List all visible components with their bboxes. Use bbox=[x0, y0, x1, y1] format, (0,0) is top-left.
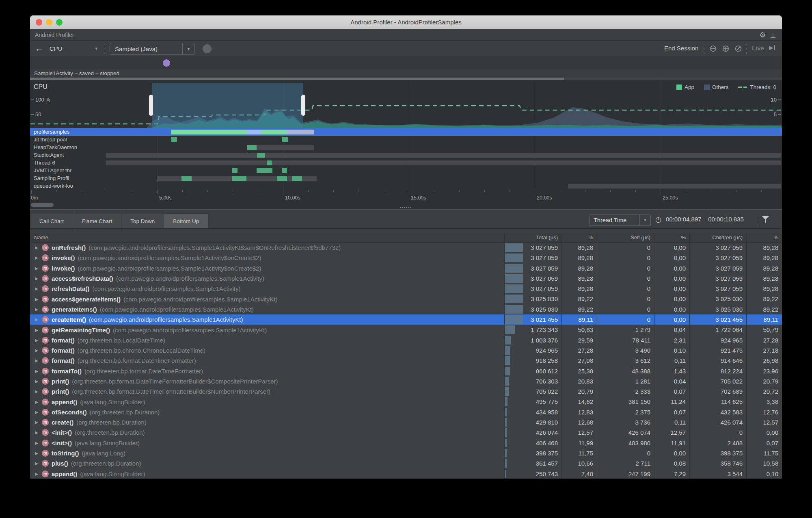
table-row[interactable]: ▶ m print() (org.threeten.bp.format.Date… bbox=[30, 376, 782, 386]
export-download-icon[interactable]: ↓ bbox=[770, 32, 776, 38]
table-row[interactable]: ▶ m access$generateItems() (com.pawegio.… bbox=[30, 294, 782, 304]
total-ratio-bar bbox=[505, 305, 523, 314]
table-row[interactable]: ▶ m onRefresh() (com.pawegio.androidprof… bbox=[30, 243, 782, 253]
titlebar[interactable]: Android Profiler - AndroidProfilerSample… bbox=[30, 15, 782, 29]
expand-arrow-icon[interactable]: ▶ bbox=[34, 420, 39, 425]
method-icon: m bbox=[42, 254, 49, 261]
children-pct: 26,98 bbox=[746, 355, 782, 366]
table-row[interactable]: ▶ m create() (org.threeten.bp.Duration) … bbox=[30, 417, 782, 427]
table-row[interactable]: ▶ m formatTo() (org.threeten.bp.format.D… bbox=[30, 366, 782, 376]
settings-gear-icon[interactable]: ⚙▾ bbox=[759, 30, 764, 39]
expand-arrow-icon[interactable]: ▶ bbox=[34, 410, 39, 414]
table-row[interactable]: ▶ m append() (java.lang.StringBuilder) 2… bbox=[30, 469, 782, 479]
session-marker-dot[interactable] bbox=[163, 59, 170, 67]
legend-app: App bbox=[676, 84, 694, 90]
y-axis-label-50: 50 bbox=[31, 111, 41, 117]
table-row[interactable]: ▶ m access$refreshData() (com.pawegio.an… bbox=[30, 273, 782, 284]
expand-arrow-icon[interactable]: ▶ bbox=[34, 307, 39, 312]
table-row[interactable]: ▶ m <init>() (java.lang.StringBuilder) 4… bbox=[30, 438, 782, 448]
table-row[interactable]: ▶ m invoke() (com.pawegio.androidprofile… bbox=[30, 253, 782, 263]
selection-left-handle[interactable] bbox=[149, 95, 153, 116]
expand-arrow-icon[interactable]: ▶ bbox=[34, 256, 39, 260]
column-header-self-pct[interactable]: % bbox=[654, 233, 689, 242]
expand-arrow-icon[interactable]: ▶ bbox=[34, 297, 39, 301]
expand-arrow-icon[interactable]: ▶ bbox=[34, 358, 39, 363]
thread-row-heaptaskdaemon[interactable]: HeapTaskDaemon bbox=[30, 143, 782, 151]
column-header-total[interactable]: Total (µs) bbox=[504, 233, 561, 242]
expand-arrow-icon[interactable]: ▶ bbox=[34, 276, 39, 281]
profiler-type-dropdown[interactable]: CPU ▾ bbox=[47, 44, 99, 54]
toolbar-separator bbox=[746, 44, 747, 54]
thread-row-profilersamples[interactable]: profilersamples bbox=[30, 128, 782, 136]
column-header-name[interactable]: Name bbox=[30, 233, 504, 242]
metric-dropdown[interactable]: Thread Time ▾ bbox=[589, 215, 651, 226]
tab-top-down[interactable]: Top Down bbox=[121, 214, 164, 228]
expand-arrow-icon[interactable]: ▶ bbox=[34, 441, 39, 445]
total-pct: 14,62 bbox=[561, 397, 597, 407]
table-row[interactable]: ▶ m toString() (java.lang.Long) 398 375 … bbox=[30, 448, 782, 458]
table-row[interactable]: ▶ m invoke() (com.pawegio.androidprofile… bbox=[30, 263, 782, 273]
expand-arrow-icon[interactable]: ▶ bbox=[34, 348, 39, 353]
table-row[interactable]: ▶ m generateItems() (com.pawegio.android… bbox=[30, 304, 782, 314]
thread-row-jvmti-agent-thr[interactable]: JVMTI Agent thr bbox=[30, 167, 782, 174]
table-row[interactable]: ▶ m ofSeconds() (org.threeten.bp.Duratio… bbox=[30, 407, 782, 417]
column-header-children-pct[interactable]: % bbox=[746, 233, 782, 242]
table-row[interactable]: ▶ m createItem() (com.pawegio.androidpro… bbox=[30, 314, 782, 325]
thread-row-thread-6[interactable]: Thread-6 bbox=[30, 159, 782, 167]
total-pct: 29,59 bbox=[561, 335, 597, 345]
table-row[interactable]: ▶ m plus() (org.threeten.bp.Duration) 36… bbox=[30, 458, 782, 468]
tab-call-chart[interactable]: Call Chart bbox=[30, 214, 73, 228]
reset-zoom-button[interactable]: ⊘ bbox=[734, 44, 743, 53]
end-session-button[interactable]: End Session bbox=[664, 45, 698, 52]
expand-arrow-icon[interactable]: ▶ bbox=[34, 369, 39, 373]
self-value: 0 bbox=[597, 304, 654, 314]
column-header-total-pct[interactable]: % bbox=[561, 233, 597, 242]
expand-arrow-icon[interactable]: ▶ bbox=[34, 400, 39, 404]
splitter-handle[interactable]: •••••• bbox=[30, 206, 782, 210]
table-row[interactable]: ▶ m format() (org.threeten.bp.format.Dat… bbox=[30, 355, 782, 366]
expand-arrow-icon[interactable]: ▶ bbox=[34, 472, 39, 476]
expand-arrow-icon[interactable]: ▶ bbox=[34, 430, 39, 435]
record-button[interactable] bbox=[203, 44, 212, 53]
table-row[interactable]: ▶ m format() (org.threeten.bp.LocalDateT… bbox=[30, 335, 782, 345]
table-row[interactable]: ▶ m <init>() (org.threeten.bp.Duration) … bbox=[30, 427, 782, 438]
table-row[interactable]: ▶ m format() (org.threeten.bp.chrono.Chr… bbox=[30, 345, 782, 355]
expand-arrow-icon[interactable]: ▶ bbox=[34, 245, 39, 250]
expand-arrow-icon[interactable]: ▶ bbox=[34, 389, 39, 394]
selection-right-handle[interactable] bbox=[301, 95, 305, 116]
timeline-selection-region[interactable] bbox=[152, 83, 303, 128]
back-arrow-icon[interactable]: ← bbox=[35, 43, 43, 53]
expand-arrow-icon[interactable]: ▶ bbox=[34, 338, 39, 342]
expand-arrow-icon[interactable]: ▶ bbox=[34, 379, 39, 384]
children-value: 2 488 bbox=[689, 438, 746, 448]
tab-bottom-up[interactable]: Bottom Up bbox=[164, 214, 208, 228]
expand-arrow-icon[interactable]: ▶ bbox=[34, 317, 39, 322]
method-class: (com.pawegio.androidprofilersamples.Samp… bbox=[116, 275, 264, 282]
table-row[interactable]: ▶ m getRemainingTime() (com.pawegio.andr… bbox=[30, 325, 782, 335]
tab-flame-chart[interactable]: Flame Chart bbox=[73, 214, 121, 228]
table-row[interactable]: ▶ m append() (java.lang.StringBuilder) 4… bbox=[30, 397, 782, 407]
zoom-out-button[interactable]: ⊖ bbox=[708, 44, 718, 53]
expand-arrow-icon[interactable]: ▶ bbox=[34, 328, 39, 332]
expand-arrow-icon[interactable]: ▶ bbox=[34, 451, 39, 455]
filter-icon[interactable] bbox=[762, 216, 769, 223]
expand-arrow-icon[interactable]: ▶ bbox=[34, 266, 39, 271]
expand-arrow-icon[interactable]: ▶ bbox=[34, 286, 39, 291]
self-pct: 0,00 bbox=[654, 253, 689, 263]
thread-row-studio-agent[interactable]: Studio:Agent bbox=[30, 151, 782, 159]
zoom-in-button[interactable]: ⊕ bbox=[721, 44, 730, 53]
table-row[interactable]: ▶ m refreshData() (com.pawegio.androidpr… bbox=[30, 284, 782, 294]
expand-arrow-icon[interactable]: ▶ bbox=[34, 461, 39, 466]
thread-row-queued-work-loo[interactable]: queued-work-loo bbox=[30, 182, 782, 190]
skip-to-end-icon[interactable]: ▶ bbox=[769, 44, 775, 51]
table-row[interactable]: ▶ m print() (org.threeten.bp.format.Date… bbox=[30, 386, 782, 397]
sessions-timeline[interactable] bbox=[30, 57, 782, 69]
self-value: 247 199 bbox=[597, 469, 654, 479]
column-header-self[interactable]: Self (µs) bbox=[597, 233, 654, 242]
live-button[interactable]: Live bbox=[752, 45, 764, 52]
thread-row-jit-thread-pool[interactable]: Jit thread pool bbox=[30, 136, 782, 143]
thread-row-sampling-profil[interactable]: Sampling Profil bbox=[30, 174, 782, 182]
method-class: (com.pawegio.androidprofilersamples.Samp… bbox=[78, 254, 261, 261]
recording-mode-dropdown[interactable]: Sampled (Java) ▾ bbox=[110, 43, 195, 55]
column-header-children[interactable]: Children (µs) bbox=[689, 233, 746, 242]
